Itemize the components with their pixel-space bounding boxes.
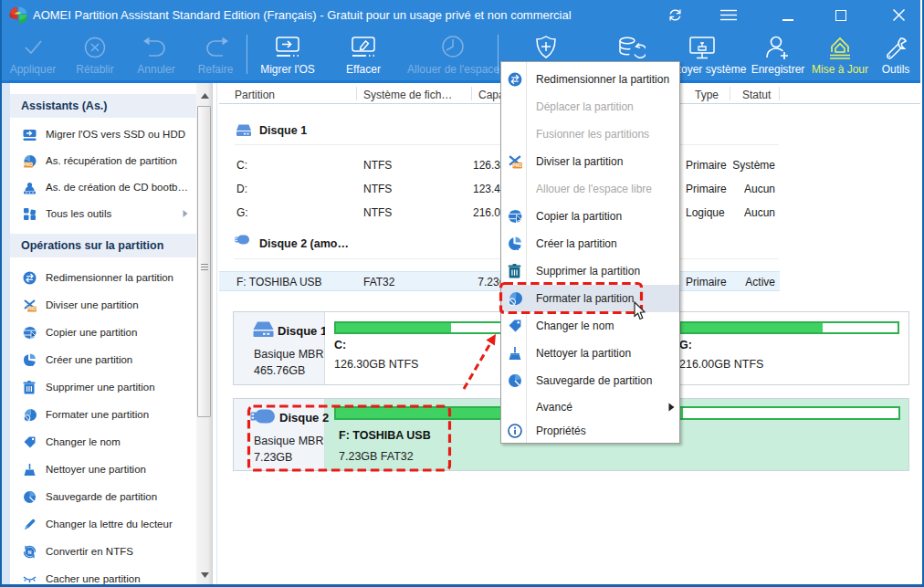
svg-text:PRO: PRO xyxy=(512,163,522,168)
